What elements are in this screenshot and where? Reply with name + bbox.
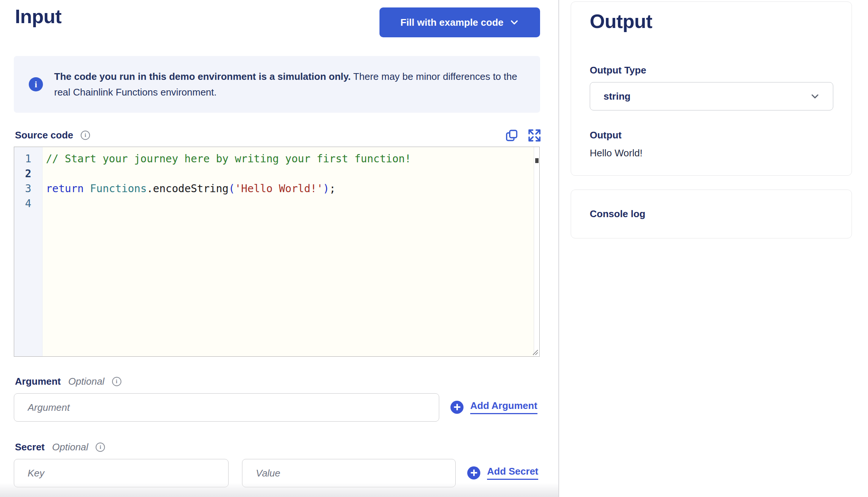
- source-code-label: Source code: [15, 129, 73, 141]
- line-number: 4: [14, 196, 42, 211]
- argument-label-row: Argument Optional i: [15, 376, 121, 387]
- argument-label: Argument: [15, 376, 61, 387]
- fill-with-example-code-button[interactable]: Fill with example code: [379, 7, 540, 37]
- line-number: 2: [14, 166, 42, 181]
- console-log-card: Console log: [571, 190, 852, 238]
- output-type-select[interactable]: string: [590, 82, 833, 110]
- source-code-info-icon[interactable]: i: [81, 131, 90, 140]
- panel-bottom-fade: [0, 483, 559, 497]
- output-card: Output Output Type string Output Hello W…: [571, 1, 852, 176]
- plus-icon: [450, 401, 464, 414]
- add-secret-link[interactable]: Add Secret: [487, 466, 538, 480]
- argument-input[interactable]: [14, 393, 439, 422]
- secret-label: Secret: [15, 441, 45, 453]
- output-panel-title: Output: [590, 10, 652, 32]
- fill-button-label: Fill with example code: [400, 17, 503, 28]
- source-code-label-row: Source code i: [15, 129, 90, 141]
- banner-text: The code you run in this demo environmen…: [54, 69, 525, 100]
- argument-optional-label: Optional: [68, 376, 105, 387]
- plus-icon: [467, 466, 480, 479]
- secret-info-icon[interactable]: i: [96, 443, 105, 452]
- code-line: // Start your journey here by writing yo…: [46, 151, 534, 166]
- simulation-info-banner: i The code you run in this demo environm…: [14, 56, 540, 113]
- line-number: 1: [14, 151, 42, 166]
- output-type-selected-value: string: [604, 91, 810, 102]
- line-number: 3: [14, 181, 42, 196]
- add-argument-button[interactable]: Add Argument: [450, 400, 537, 414]
- output-value: Hello World!: [590, 147, 642, 159]
- code-line: return Functions.encodeString('Hello Wor…: [46, 181, 534, 196]
- console-log-label: Console log: [590, 208, 645, 220]
- source-code-editor[interactable]: 1234 // Start your journey here by writi…: [14, 147, 540, 357]
- add-secret-button[interactable]: Add Secret: [467, 466, 538, 480]
- argument-info-icon[interactable]: i: [112, 377, 121, 386]
- output-label: Output: [590, 129, 621, 141]
- input-panel-title: Input: [15, 5, 62, 28]
- code-line: [46, 196, 534, 211]
- copy-icon[interactable]: [505, 129, 518, 142]
- functions-playground: Input Fill with example code i The code …: [0, 0, 868, 497]
- editor-scrollbar-thumb[interactable]: [535, 158, 539, 163]
- editor-gutter: 1234: [14, 147, 43, 356]
- chevron-down-icon: [810, 91, 820, 101]
- editor-toolbar: [505, 128, 542, 143]
- code-line: [46, 166, 534, 181]
- editor-scrollbar[interactable]: [534, 147, 539, 356]
- banner-text-bold: The code you run in this demo environmen…: [54, 71, 351, 82]
- output-type-label: Output Type: [590, 65, 646, 76]
- chevron-down-icon: [509, 18, 519, 27]
- secret-label-row: Secret Optional i: [15, 441, 105, 453]
- secret-optional-label: Optional: [52, 441, 89, 453]
- resize-handle-icon[interactable]: [532, 349, 539, 356]
- expand-icon[interactable]: [527, 128, 542, 143]
- panel-divider: [558, 0, 559, 497]
- add-argument-link[interactable]: Add Argument: [470, 400, 537, 414]
- info-icon: i: [29, 77, 43, 91]
- editor-code: // Start your journey here by writing yo…: [43, 147, 534, 356]
